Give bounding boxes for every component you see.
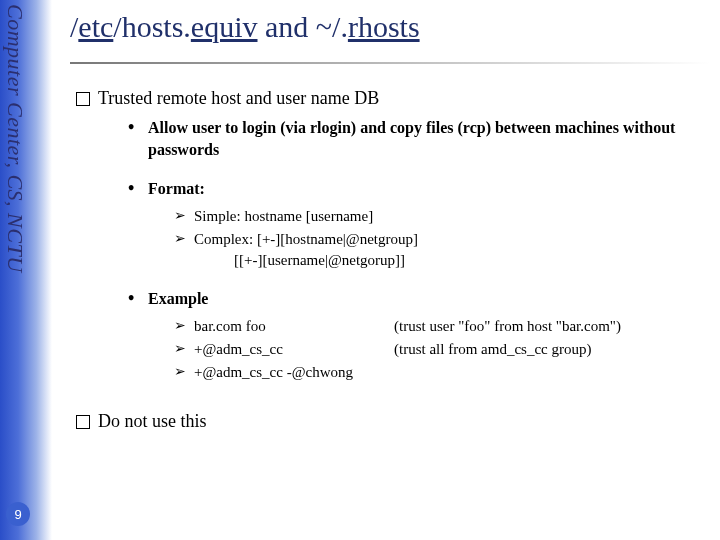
slide-title: /etc/hosts.equiv and ~/.rhosts: [70, 10, 710, 44]
title-etc: etc: [78, 10, 113, 43]
title-divider: [70, 62, 710, 64]
page-number-badge: 9: [6, 502, 30, 526]
title-rhosts: rhosts: [348, 10, 420, 43]
format-complex-line2: [[+-][username|@netgorup]]: [148, 250, 710, 270]
title-hosts: /hosts.: [113, 10, 191, 43]
format-complex: Complex: [+-][hostname|@netgroup]: [174, 229, 710, 250]
bullet-example-text: Example: [148, 290, 208, 307]
bullet-trusted-db-text: Trusted remote host and user name DB: [98, 88, 379, 108]
example-1: bar.com foo (trust user "foo" from host …: [174, 316, 710, 337]
bullet-trusted-db: Trusted remote host and user name DB All…: [76, 88, 710, 383]
bullet-format-text: Format:: [148, 180, 205, 197]
bullet-format: Format: Simple: hostname [username] Comp…: [128, 178, 710, 270]
example-1-left: bar.com foo: [194, 316, 394, 337]
title-and: and ~/.: [258, 10, 348, 43]
format-simple: Simple: hostname [username]: [174, 206, 710, 227]
example-2: +@adm_cs_cc (trust all from amd_cs_cc gr…: [174, 339, 710, 360]
example-3-left: +@adm_cs_cc -@chwong: [194, 362, 394, 383]
bullet-allow-login-text: Allow user to login (via rlogin) and cop…: [148, 119, 675, 158]
sidebar-org-text: Computer Center, CS, NCTU: [2, 4, 28, 273]
example-2-right: (trust all from amd_cs_cc group): [394, 339, 591, 360]
bullet-do-not-use: Do not use this: [76, 411, 710, 432]
slide-content: /etc/hosts.equiv and ~/.rhosts Trusted r…: [70, 10, 710, 440]
bullet-example: Example bar.com foo (trust user "foo" fr…: [128, 288, 710, 383]
example-1-right: (trust user "foo" from host "bar.com"): [394, 316, 621, 337]
bullet-do-not-use-text: Do not use this: [98, 411, 207, 431]
sidebar: Computer Center, CS, NCTU 9: [0, 0, 52, 540]
example-3: +@adm_cs_cc -@chwong: [174, 362, 710, 383]
bullet-allow-login: Allow user to login (via rlogin) and cop…: [128, 117, 710, 160]
example-2-left: +@adm_cs_cc: [194, 339, 394, 360]
title-equiv: equiv: [191, 10, 258, 43]
